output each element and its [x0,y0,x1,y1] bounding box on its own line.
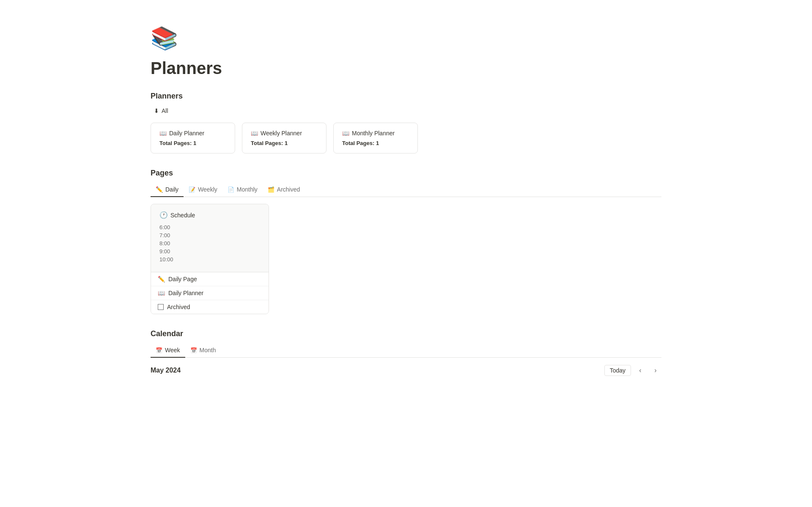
filter-row: ⬇ All [151,106,661,116]
nav-prev-button[interactable]: ‹ [634,364,646,376]
pencil-icon-footer: ✏️ [158,276,165,282]
footer-daily-page[interactable]: ✏️ Daily Page [151,272,269,286]
schedule-label: Schedule [170,212,195,219]
planners-section: Planners ⬇ All 📖 Daily Planner Total Pag… [151,92,661,153]
tab-archived[interactable]: 🗂️ Archived [263,183,305,197]
books-icon-weekly: 📖 [251,130,258,137]
tab-weekly-label: Weekly [198,186,217,193]
calendar-section: Calendar 📅 Week 📅 Month May 2024 Today ‹… [151,329,661,376]
clock-icon: 🕐 [159,211,168,219]
doc-icon-tab: 📄 [228,186,234,193]
pencil-icon-tab: ✏️ [156,186,163,193]
tab-weekly[interactable]: 📝 Weekly [184,183,222,197]
calendar-week-icon: 📅 [156,347,162,354]
time-slot-1: 7:00 [159,231,260,239]
weekly-planner-card[interactable]: 📖 Weekly Planner Total Pages: 1 [242,123,326,153]
daily-planner-card-header: 📖 Daily Planner [159,130,226,137]
daily-planner-name: Daily Planner [169,130,204,137]
page-icon: 📚 [151,25,661,51]
tab-archived-label: Archived [277,186,300,193]
monthly-planner-meta: Total Pages: 1 [342,140,409,146]
footer-daily-planner-label: Daily Planner [168,290,203,296]
pages-tabs-row: ✏️ Daily 📝 Weekly 📄 Monthly 🗂️ Archived [151,183,661,197]
daily-page-card: 🕐 Schedule 6:00 7:00 8:00 9:00 10:00 ✏️ … [151,204,269,314]
daily-card-footer: ✏️ Daily Page 📖 Daily Planner Archived [151,272,269,314]
today-button[interactable]: Today [604,365,631,376]
weekly-planner-name: Weekly Planner [261,130,302,137]
monthly-planner-card[interactable]: 📖 Monthly Planner Total Pages: 1 [333,123,418,153]
books-icon-daily: 📖 [159,130,167,137]
monthly-planner-card-header: 📖 Monthly Planner [342,130,409,137]
calendar-month-label: May 2024 [151,367,181,374]
cal-tab-week-label: Week [165,347,180,354]
pages-section-title: Pages [151,169,661,178]
nav-next-button[interactable]: › [650,364,661,376]
download-icon: ⬇ [154,107,159,114]
books-icon-footer: 📖 [158,290,165,296]
daily-planner-meta: Total Pages: 1 [159,140,226,146]
pages-section: Pages ✏️ Daily 📝 Weekly 📄 Monthly 🗂️ Arc… [151,169,661,314]
calendar-nav: May 2024 Today ‹ › [151,364,661,376]
cal-tab-month-label: Month [200,347,216,354]
time-slot-2: 8:00 [159,239,260,247]
daily-planner-card[interactable]: 📖 Daily Planner Total Pages: 1 [151,123,235,153]
footer-daily-page-label: Daily Page [168,276,197,282]
tab-monthly[interactable]: 📄 Monthly [222,183,263,197]
books-icon-monthly: 📖 [342,130,349,137]
all-filter-button[interactable]: ⬇ All [151,106,172,116]
all-filter-label: All [162,107,168,114]
edit-icon-tab: 📝 [189,186,195,193]
footer-archived-label: Archived [167,304,190,310]
page-title: Planners [151,58,661,78]
planners-section-title: Planners [151,92,661,101]
weekly-planner-meta: Total Pages: 1 [251,140,318,146]
schedule-header: 🕐 Schedule [159,211,260,219]
calendar-month-icon: 📅 [190,347,197,354]
weekly-planner-card-header: 📖 Weekly Planner [251,130,318,137]
tab-daily-label: Daily [165,186,178,193]
chevron-right-icon: › [654,367,656,374]
monthly-planner-name: Monthly Planner [352,130,395,137]
calendar-section-title: Calendar [151,329,661,338]
tab-daily[interactable]: ✏️ Daily [151,183,184,197]
tab-monthly-label: Monthly [237,186,258,193]
archive-icon-tab: 🗂️ [268,186,274,193]
daily-card-preview: 🕐 Schedule 6:00 7:00 8:00 9:00 10:00 [151,204,269,272]
chevron-left-icon: ‹ [639,367,641,374]
planner-cards-row: 📖 Daily Planner Total Pages: 1 📖 Weekly … [151,123,661,153]
checkbox-icon-footer [158,304,164,310]
calendar-tabs-row: 📅 Week 📅 Month [151,343,661,358]
cal-tab-week[interactable]: 📅 Week [151,343,185,358]
footer-archived[interactable]: Archived [151,300,269,314]
time-slot-0: 6:00 [159,223,260,231]
footer-daily-planner[interactable]: 📖 Daily Planner [151,286,269,300]
time-slot-3: 9:00 [159,247,260,255]
cal-tab-month[interactable]: 📅 Month [185,343,221,358]
time-slot-4: 10:00 [159,255,260,263]
calendar-nav-right: Today ‹ › [604,364,661,376]
